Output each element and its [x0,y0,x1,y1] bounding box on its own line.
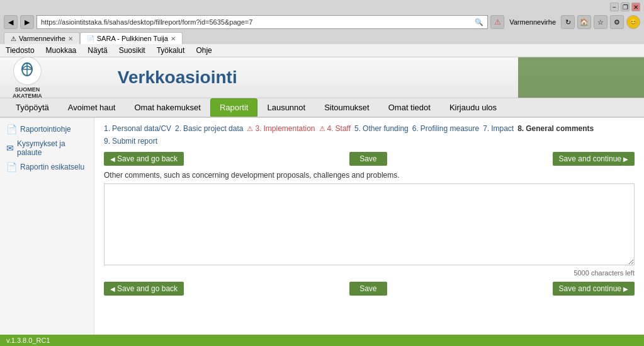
nav-avoimet-haut[interactable]: Avoimet haut [59,98,125,117]
back-arrow-icon: ◀ [110,156,115,163]
step-2-num: 2. [175,124,181,133]
logo-text: SUOMEN AKATEMIA [13,86,42,99]
minimize-button[interactable]: − [610,3,619,11]
step-6-label: Profiling measure [421,124,479,133]
refresh-button[interactable]: ↻ [561,15,575,29]
sidebar-item-raportointiohje[interactable]: 📄 Raportointiohje [6,124,88,134]
close-button[interactable]: ✕ [631,3,640,11]
forward-button[interactable]: ▶ [20,15,34,29]
step-2[interactable]: 2. Basic project data [175,124,243,133]
menu-nayta[interactable]: Näytä [86,45,109,55]
sidebar-label-kysymykset: Kysymykset ja palaute [17,139,88,157]
header-decoration [518,57,644,98]
step-4-warn-icon: ⚠ [319,125,325,133]
nav-lausunnot[interactable]: Lausunnot [257,98,315,117]
sidebar-item-kysymykset[interactable]: ✉ Kysymykset ja palaute [6,139,88,157]
page-footer: v.1.3.8.0_RC1 [0,335,644,346]
nav-sitoumukset[interactable]: Sitoumukset [315,98,379,117]
logo-circle [13,57,42,85]
step-3-num: 3. [255,124,261,133]
tab2-icon: 📄 [87,35,94,42]
nav-tyopoyta[interactable]: Työpöytä [6,98,59,117]
tab2-label: SARA - Pulkkinen Tuija [97,35,168,42]
user-button[interactable]: 😊 [626,15,640,29]
tab-sara[interactable]: 📄 SARA - Pulkkinen Tuija ✕ [80,32,183,44]
step-7[interactable]: 7. Impact [483,124,514,133]
step-1-label: Personal data/CV [112,124,171,133]
version-text: v.1.3.8.0_RC1 [6,337,50,344]
sidebar: 📄 Raportointiohje ✉ Kysymykset ja palaut… [0,118,94,343]
menu-muokkaa[interactable]: Muokkaa [44,45,79,55]
step-3-label: Implementation [264,124,315,133]
top-button-row: ◀ Save and go back Save Save and continu… [104,152,635,166]
step-4-num: 4. [327,124,334,133]
site-logo: SUOMEN AKATEMIA [13,57,42,98]
bottom-save-back-button[interactable]: ◀ Save and go back [104,282,184,296]
address-text: https://asiointitstaka.fi/sahas/desktop/… [41,18,475,26]
char-count: 5000 characters left [104,269,635,277]
forward-arrow-icon-bottom: ▶ [623,285,628,292]
restore-button[interactable]: ❐ [621,3,630,11]
step-1-num: 1. [104,124,110,133]
step-9-num: 9. [104,137,110,146]
page-content: SUOMEN AKATEMIA Verkkoasiointi Työpöytä … [0,57,644,343]
tab-varmennevirhe[interactable]: ⚠ Varmennevirhe ✕ [4,32,80,44]
sidebar-label-raportointiohje: Raportointiohje [20,125,71,134]
step-5-num: 5. [354,124,361,133]
warn-icon: ⚠ [490,15,504,29]
sidebar-item-esikatselu[interactable]: 📄 Raportin esikatselu [6,162,88,172]
step-7-label: Impact [491,124,514,133]
logo-svg [16,60,38,82]
step-8[interactable]: 8. General comments [517,124,594,133]
sidebar-label-esikatselu: Raportin esikatselu [20,163,84,171]
step-5-label: Other funding [363,124,409,133]
tab1-close-icon[interactable]: ✕ [68,35,73,42]
step-7-num: 7. [483,124,489,133]
nav-kirjaudu-ulos[interactable]: Kirjaudu ulos [440,98,506,117]
bottom-save-button[interactable]: Save [349,282,387,296]
settings-button[interactable]: ⚙ [610,15,624,29]
step-6-num: 6. [412,124,419,133]
step-2-label: Basic project data [183,124,243,133]
step-4[interactable]: ⚠ 4. Staff [319,124,351,133]
step-nav: 1. Personal data/CV 2. Basic project dat… [104,124,635,146]
step-8-label: General comments [526,124,594,133]
email-icon: ✉ [6,143,14,153]
nav-omat-hakemukset[interactable]: Omat hakemukset [125,98,210,117]
step-3[interactable]: ⚠ 3. Implementation [247,124,315,133]
nav-raportit[interactable]: Raportit [210,98,258,117]
step-3-warn-icon: ⚠ [247,125,253,133]
home-button[interactable]: 🏠 [577,15,591,29]
warn-label: Varmennevirhe [507,18,558,26]
comment-textarea[interactable] [104,183,635,265]
content-area: 📄 Raportointiohje ✉ Kysymykset ja palaut… [0,118,644,343]
pdf-icon-2: 📄 [6,162,17,172]
main-panel: 1. Personal data/CV 2. Basic project dat… [94,118,644,343]
tab2-close-icon[interactable]: ✕ [171,35,176,42]
tab-warn-icon: ⚠ [11,35,16,42]
star-button[interactable]: ☆ [594,15,607,29]
comment-section: Other comments, such as concerning devel… [104,171,635,277]
step-1[interactable]: 1. Personal data/CV [104,124,171,133]
step-5[interactable]: 5. Other funding [354,124,409,133]
menu-tyokalut[interactable]: Työkalut [155,45,187,55]
nav-omat-tiedot[interactable]: Omat tiedot [379,98,440,117]
bottom-save-continue-button[interactable]: Save and continue ▶ [553,282,635,296]
menu-ohje[interactable]: Ohje [194,45,213,55]
top-save-continue-button[interactable]: Save and continue ▶ [553,152,635,166]
comment-label: Other comments, such as concerning devel… [104,171,635,180]
step-4-label: Staff [336,124,351,133]
address-bar[interactable]: https://asiointitstaka.fi/sahas/desktop/… [37,15,488,29]
back-button[interactable]: ◀ [4,15,18,29]
top-save-back-button[interactable]: ◀ Save and go back [104,152,184,166]
menu-tiedosto[interactable]: Tiedosto [4,45,37,55]
back-arrow-icon-bottom: ◀ [110,285,115,292]
step-6[interactable]: 6. Profiling measure [412,124,479,133]
menu-suosikit[interactable]: Suosikit [117,45,147,55]
site-header: SUOMEN AKATEMIA Verkkoasiointi [0,57,644,98]
bottom-button-row: ◀ Save and go back Save Save and continu… [104,282,635,296]
browser-menu-bar: Tiedosto Muokkaa Näytä Suosikit Työkalut… [0,44,644,57]
pdf-icon-1: 📄 [6,124,17,134]
top-save-button[interactable]: Save [349,152,387,166]
step-9[interactable]: 9. Submit report [104,137,157,146]
